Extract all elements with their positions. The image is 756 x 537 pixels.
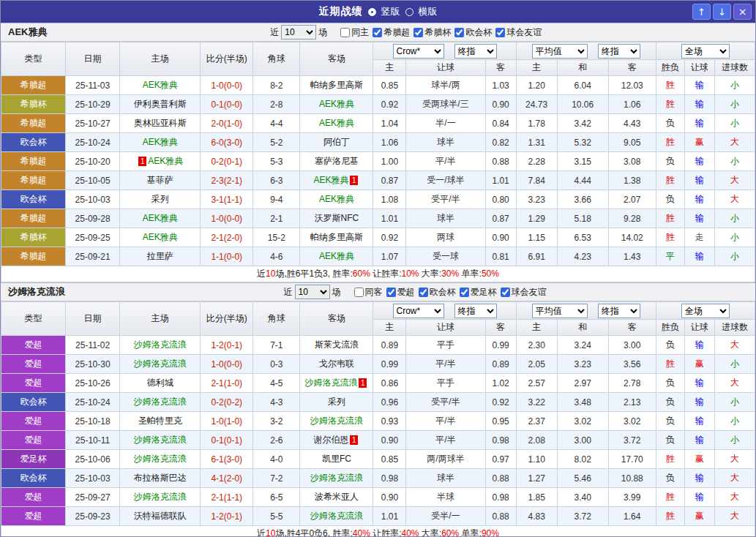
away-team[interactable]: 沙姆洛克流浪 [300,469,373,488]
match-count-select[interactable]: 10 [281,25,316,40]
scope-select[interactable]: 全场 [681,44,730,59]
bookmaker-period-select[interactable]: 终指 [454,304,497,318]
home-team[interactable]: 沙姆洛克流浪 [120,431,201,450]
home-team[interactable]: AEK雅典 [120,228,201,247]
league-checkbox[interactable] [501,288,510,297]
away-team[interactable]: 沙姆洛克流浪1 [300,374,373,393]
away-team[interactable]: 斯莱戈流浪 [300,336,373,355]
league-filter-2[interactable]: 欧会杯 [451,26,492,39]
league-checkbox[interactable] [454,28,464,37]
away-team[interactable]: 帕纳多里高斯 [300,76,373,95]
away-team[interactable]: AEK雅典 [300,247,373,266]
home-team[interactable]: 布拉格斯巴达 [120,469,201,488]
away-team[interactable]: 塞萨洛尼基 [300,152,373,171]
home-team[interactable]: 1AEK雅典 [120,152,201,171]
away-team[interactable]: 帕纳多里高斯 [300,228,373,247]
handicap-home-odds: 0.87 [373,171,406,190]
home-team[interactable]: 沙姆洛克流浪 [120,393,201,412]
home-team[interactable]: 沃特福德联队 [120,507,201,526]
average-select[interactable]: 平均值 [532,44,588,59]
away-team[interactable]: 阿伯丁 [300,133,373,152]
league-checkbox[interactable] [373,28,382,37]
bookmaker-period-select[interactable]: 终指 [454,44,497,59]
scroll-down-button[interactable]: ↓ [713,4,731,20]
match-date: 25-10-29 [66,95,120,114]
league-checkbox[interactable] [386,288,396,297]
average-period-select[interactable]: 终指 [598,304,640,318]
home-team[interactable]: 德利城 [120,374,201,393]
league-checkbox[interactable] [419,288,428,297]
handicap-home-odds: 1.04 [373,114,406,133]
home-team[interactable]: 沙姆洛克流浪 [120,450,201,469]
handicap-home-odds: 0.90 [373,431,406,450]
match-result: 胜 [656,228,684,247]
match-count-select[interactable]: 10 [295,285,330,299]
away-team[interactable]: 凯里FC [300,450,373,469]
away-team[interactable]: AEK雅典 [300,95,373,114]
euro-away-odds: 1.64 [608,507,656,526]
league-checkbox[interactable] [413,28,423,37]
euro-odds-group: 平均值 终指 [516,302,656,320]
away-team[interactable]: 沙姆洛克流浪 [300,412,373,431]
league-checkbox[interactable] [495,28,505,37]
handicap-away-odds: 0.98 [485,431,516,450]
average-period-select[interactable]: 终指 [598,44,640,59]
away-team[interactable]: 采列 [300,393,373,412]
match-date: 25-10-26 [66,374,120,393]
match-result: 负 [656,374,684,393]
section-header-aek: AEK雅典 近 10 场 同主 希腊超 希腊杯 欧会杯 球 [1,23,755,42]
bookmaker-select[interactable]: Crow* [393,44,444,59]
home-team[interactable]: AEK雅典 [120,209,201,228]
home-team[interactable]: 采列 [120,190,201,209]
away-team[interactable]: 沙姆洛克流浪 [300,507,373,526]
radio-vertical-layout[interactable] [368,8,376,16]
away-team[interactable]: AEK雅典1 [300,171,373,190]
league-filter-3[interactable]: 球会友谊 [492,26,542,39]
table-row: 欧会杯 25-10-24 沙姆洛克流浪 0-2(0-2) 4-3 采列 0.96… [1,393,755,412]
scroll-up-button[interactable]: ↑ [692,4,711,20]
average-select[interactable]: 平均值 [532,304,588,318]
home-team[interactable]: 沙姆洛克流浪 [120,355,201,374]
radio-horizontal-layout[interactable] [405,8,413,16]
match-date: 25-10-06 [66,450,120,469]
home-team[interactable]: 沙姆洛克流浪 [120,336,201,355]
away-team[interactable]: 谢尔伯恩1 [300,431,373,450]
euro-home-odds: 1.15 [516,228,557,247]
scope-group: 全场 [656,302,755,320]
league-badge: 爱足杯 [1,450,66,469]
home-team[interactable]: AEK雅典 [120,133,201,152]
home-team[interactable]: 奥林匹亚科斯 [120,114,201,133]
league-filter-0[interactable]: 爱超 [383,286,415,298]
away-team[interactable]: AEK雅典 [300,190,373,209]
away-team[interactable]: 沃罗斯NFC [300,209,373,228]
home-team[interactable]: 拉里萨 [120,247,201,266]
home-team[interactable]: 基菲萨 [120,171,201,190]
league-filter-1[interactable]: 希腊杯 [410,26,451,39]
league-filter-3[interactable]: 球会友谊 [497,286,547,298]
score: 2-1(2-0) [201,228,253,247]
euro-away-odds: 9.28 [608,209,656,228]
radio-vertical-label[interactable]: 竖版 [381,5,400,18]
match-result: 负 [656,412,684,431]
league-checkbox[interactable] [460,288,469,297]
league-filter-2[interactable]: 爱足杯 [456,286,497,298]
league-filter-0[interactable]: 希腊超 [369,26,410,39]
away-team[interactable]: AEK雅典 [300,114,373,133]
league-badge: 爱超 [1,431,66,450]
bookmaker-select[interactable]: Crow* [393,304,444,318]
same-venue-filter[interactable]: 同主 [337,26,369,39]
same-venue-filter[interactable]: 同客 [351,286,383,298]
home-team[interactable]: 圣帕特里克 [120,412,201,431]
same-venue-checkbox[interactable] [354,288,364,297]
away-team[interactable]: 戈尔韦联 [300,355,373,374]
home-team[interactable]: 伊利奥普利斯 [120,95,201,114]
home-team[interactable]: AEK雅典 [120,76,201,95]
close-button[interactable]: × [733,4,752,20]
scope-select[interactable]: 全场 [681,304,730,318]
league-filter-1[interactable]: 欧会杯 [415,286,456,298]
col-header-eu-home: 主 [516,320,557,336]
radio-horizontal-label[interactable]: 横版 [419,5,438,18]
away-team[interactable]: 波希米亚人 [300,488,373,507]
home-team[interactable]: 沙姆洛克流浪 [120,488,201,507]
same-venue-checkbox[interactable] [340,28,350,37]
